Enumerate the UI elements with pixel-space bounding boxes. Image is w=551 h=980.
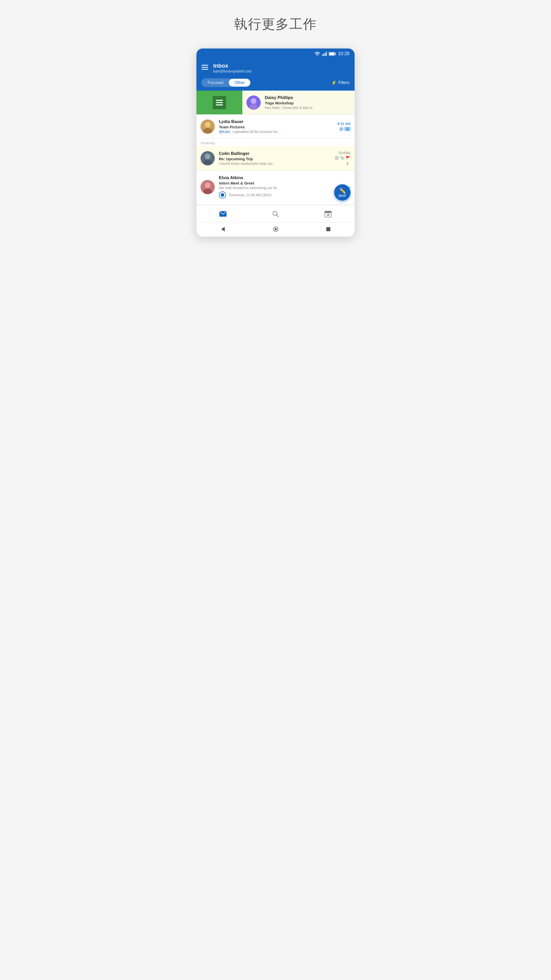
app-bar: Inbox katri@lucernpubintl.com [197, 59, 354, 76]
email-meta-lydia: 8:31 AM @ 2 [338, 122, 351, 131]
wifi-icon [314, 52, 320, 56]
email-sender-elvia: Elvia Atkins [219, 175, 334, 180]
signal-icon [322, 52, 327, 56]
inbox-info: Inbox katri@lucernpubintl.com [213, 62, 251, 73]
tabs-group: Focused Other [202, 78, 251, 87]
nav-mail[interactable] [214, 210, 232, 218]
email-preview-colin: I found these restaurants near our... [219, 162, 330, 165]
svg-rect-7 [335, 53, 336, 55]
email-subject-colin: Re: Upcoming Trip [219, 157, 330, 161]
calendar-event-icon [219, 191, 226, 199]
svg-rect-4 [326, 52, 327, 56]
tab-focused[interactable]: Focused [202, 79, 229, 86]
email-item-lydia[interactable]: Lydia Bauer Team Pictures @Katri, I uplo… [197, 115, 354, 138]
status-icons: 10:28 [314, 51, 349, 56]
recents-button[interactable] [326, 227, 331, 232]
event-time-elvia: Tomorrow, 11:00 AM (30m) [229, 193, 272, 197]
email-item-colin[interactable]: Colin Ballinger Re: Upcoming Trip I foun… [197, 146, 354, 171]
svg-point-15 [205, 122, 210, 127]
archive-icon [213, 96, 226, 109]
email-body-colin: Colin Ballinger Re: Upcoming Trip I foun… [219, 151, 330, 165]
count-badge-colin: 3 [345, 161, 351, 166]
email-content-daisy: Daisy Phillips Yoga Workshop Hey Katri, … [242, 91, 354, 115]
avatar-lydia [200, 119, 215, 134]
email-body-daisy: Daisy Phillips Yoga Workshop Hey Katri, … [265, 95, 351, 110]
avatar-elvia [200, 180, 215, 194]
paperclip-icon-colin: 📎 [340, 156, 345, 160]
tabs-bar: Focused Other ⚡ Filters [197, 76, 354, 91]
email-subject-elvia: Intern Meet & Greet [219, 181, 334, 185]
flag-icon-colin: 🚩 [346, 156, 351, 160]
svg-rect-6 [329, 52, 334, 55]
back-button[interactable] [220, 226, 226, 232]
phone-frame: 10:28 Inbox katri@lucernpubintl.com Focu… [197, 48, 354, 237]
count-badge-lydia: 2 [345, 127, 351, 131]
email-preview-text-lydia: I uploaded all the pictures fro... [232, 130, 281, 134]
bottom-nav: 18 [197, 205, 354, 223]
email-subject-lydia: Team Pictures [219, 125, 333, 129]
svg-point-31 [275, 228, 277, 230]
svg-rect-10 [202, 69, 208, 70]
rsvp-fab-button[interactable]: ✏️ RSVP [334, 184, 351, 200]
email-meta-colin: Sunday @ 📎 🚩 3 [335, 151, 351, 166]
mention-katri: @Katri, [219, 130, 231, 134]
tab-other[interactable]: Other [229, 79, 250, 86]
email-preview-elvia: We look forward to welcoming our fa [219, 186, 334, 190]
email-body-lydia: Lydia Bauer Team Pictures @Katri, I uplo… [219, 119, 333, 134]
inbox-title: Inbox [213, 62, 251, 69]
nav-search[interactable] [267, 209, 284, 219]
event-row-elvia: Tomorrow, 11:00 AM (30m) [219, 191, 334, 199]
svg-rect-2 [324, 54, 324, 56]
home-button[interactable] [273, 226, 279, 232]
hamburger-icon[interactable] [202, 65, 208, 71]
email-item-daisy[interactable]: Daisy Phillips Yoga Workshop Hey Katri, … [197, 91, 354, 115]
svg-rect-1 [322, 54, 323, 56]
avatar-daisy [246, 95, 261, 110]
svg-point-18 [205, 154, 210, 159]
avatar-colin [200, 151, 215, 165]
svg-point-12 [251, 98, 256, 104]
pencil-icon: ✏️ [339, 188, 346, 194]
email-body-elvia: Elvia Atkins Intern Meet & Greet We look… [219, 175, 334, 199]
at-mention-icon-lydia: @ [339, 127, 343, 131]
system-nav [197, 223, 354, 237]
swipe-archive-action [197, 91, 242, 115]
svg-point-21 [205, 183, 210, 188]
at-icon-colin: @ [335, 156, 339, 160]
svg-marker-29 [221, 227, 225, 231]
filter-bolt-icon: ⚡ [331, 80, 337, 86]
email-item-elvia[interactable]: Elvia Atkins Intern Meet & Greet We look… [197, 171, 354, 205]
email-time-colin: Sunday [338, 151, 351, 155]
email-sender-colin: Colin Ballinger [219, 151, 330, 156]
email-icons-colin: @ 📎 🚩 [335, 156, 351, 160]
status-bar: 10:28 [197, 48, 354, 59]
email-list: Daisy Phillips Yoga Workshop Hey Katri, … [197, 91, 354, 205]
email-subject-daisy: Yoga Workshop [265, 101, 351, 105]
email-preview-lydia: @Katri, I uploaded all the pictures fro.… [219, 130, 333, 134]
inbox-email: katri@lucernpubintl.com [213, 69, 251, 73]
status-time: 10:28 [338, 51, 349, 56]
email-preview-daisy: Hey Katri, I know this is last m [265, 106, 351, 110]
email-time-lydia: 8:31 AM [338, 122, 351, 126]
svg-rect-32 [326, 227, 330, 231]
email-sender-daisy: Daisy Phillips [265, 95, 351, 100]
svg-line-25 [276, 215, 279, 217]
svg-rect-3 [325, 53, 326, 56]
svg-rect-8 [202, 65, 208, 65]
svg-point-0 [317, 55, 318, 56]
filters-label: Filters [338, 80, 349, 85]
nav-calendar[interactable]: 18 [319, 209, 337, 219]
svg-rect-27 [325, 211, 331, 213]
section-label-yesterday: Yesterday [197, 138, 354, 146]
svg-text:18: 18 [327, 213, 330, 216]
svg-rect-9 [202, 67, 208, 68]
rsvp-label: RSVP [338, 194, 346, 197]
filters-button[interactable]: ⚡ Filters [331, 80, 349, 86]
page-title: 執行更多工作 [234, 15, 317, 33]
battery-icon [329, 52, 336, 56]
email-sender-lydia: Lydia Bauer [219, 119, 333, 124]
email-icons-lydia: @ 2 [339, 127, 351, 131]
